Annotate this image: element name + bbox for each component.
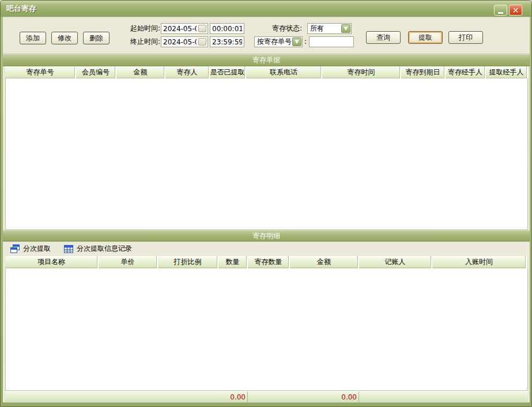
table-icon [63,244,74,254]
column-header[interactable]: 打折比例 [158,256,218,268]
add-button[interactable]: 添加 [20,32,46,44]
end-time-label: 终止时间: [107,36,160,47]
print-button[interactable]: 打印 [448,31,483,44]
start-time-field[interactable] [210,23,244,34]
withdraw-button[interactable]: 提取 [408,31,443,44]
top-toolbar-panel: 添加 修改 删除 起始时间: 终止时间: 寄存状态: 所有 ▼ [3,17,530,54]
chevron-down-icon[interactable]: ▼ [292,37,301,46]
column-header[interactable]: 单价 [99,256,158,268]
partial-withdraw-label: 分次提取 [23,244,51,254]
column-header[interactable]: 金额 [290,256,359,268]
column-header[interactable]: 寄存到期日 [401,66,446,78]
column-header[interactable]: 是否已提取 [210,66,246,78]
start-date-input[interactable] [161,24,198,33]
start-time-label: 起始时间: [107,23,160,34]
end-date-field[interactable] [161,36,208,47]
start-time-input[interactable] [210,24,244,33]
delete-button[interactable]: 删除 [83,32,110,44]
end-time-field[interactable] [210,36,244,47]
detail-section-title: 寄存明细 [252,231,280,241]
column-header[interactable]: 寄存经手人 [446,66,486,78]
amount-total: 0.00 [248,391,359,402]
titlebar[interactable]: 吧台寄存 [1,1,531,17]
quantity-total: 0.00 [5,391,248,402]
column-header[interactable]: 数量 [218,256,248,268]
search-input[interactable] [310,37,353,47]
search-colon-label: : [304,36,308,47]
start-date-calendar-button[interactable] [198,25,206,32]
search-field[interactable] [309,36,354,47]
column-header[interactable]: 提取经手人 [486,66,528,78]
column-header[interactable]: 寄存时间 [322,66,401,78]
deposit-section-title: 寄存单据 [252,55,280,65]
window-body: 添加 修改 删除 起始时间: 终止时间: 寄存状态: 所有 ▼ [3,17,530,402]
start-date-field[interactable] [161,23,208,34]
column-header[interactable]: 寄存人 [165,66,210,78]
totals-row: 0.00 0.00 [5,391,528,403]
column-header[interactable]: 寄存数量 [248,256,290,268]
detail-table-body [5,269,528,391]
deposit-status-value: 所有 [308,24,324,33]
search-type-select[interactable]: 按寄存单号 ▼ [254,36,303,47]
close-button[interactable]: ✕ [509,5,522,16]
column-header[interactable]: 记账人 [359,256,432,268]
deposit-section-bar: 寄存单据 [3,54,530,66]
end-date-calendar-button[interactable] [198,38,206,46]
minimize-icon [498,12,503,14]
deposit-table-header: 寄存单号 会员编号 金额 寄存人 是否已提取 联系电话 寄存时间 寄存到期日 寄… [5,66,528,78]
close-icon: ✕ [512,6,519,14]
end-time-input[interactable] [210,37,244,47]
end-date-input[interactable] [161,37,198,47]
partial-withdraw-records-button[interactable]: 分次提取信息记录 [63,244,132,254]
deposit-table-body [5,78,528,230]
detail-table-header: 项目名称 单价 打折比例 数量 寄存数量 金额 记账人 入账时间 [5,256,527,268]
detail-toolbar: 分次提取 分次提取信息记录 [3,242,530,256]
cascade-windows-icon [10,244,20,254]
app-window: 吧台寄存 ✕ 添加 修改 删除 起始时间: 终止时间: [0,0,532,407]
column-header[interactable]: 金额 [116,66,165,78]
column-header[interactable]: 寄存单号 [5,66,76,78]
column-header[interactable]: 会员编号 [76,66,116,78]
partial-withdraw-records-label: 分次提取信息记录 [77,244,132,254]
column-header[interactable]: 入账时间 [432,256,527,268]
search-type-value: 按寄存单号 [255,37,292,47]
deposit-status-label: 寄存状态: [248,23,302,34]
modify-button[interactable]: 修改 [51,32,78,44]
minimize-button[interactable] [494,5,507,16]
totals-filler [359,391,528,402]
column-header[interactable]: 项目名称 [5,256,99,268]
query-button[interactable]: 查询 [366,31,401,44]
column-header[interactable]: 联系电话 [246,66,322,78]
partial-withdraw-button[interactable]: 分次提取 [10,244,51,254]
window-title: 吧台寄存 [1,3,36,14]
chevron-down-icon[interactable]: ▼ [341,24,350,33]
deposit-status-select[interactable]: 所有 ▼ [307,23,352,34]
detail-section-bar: 寄存明细 [3,230,530,242]
